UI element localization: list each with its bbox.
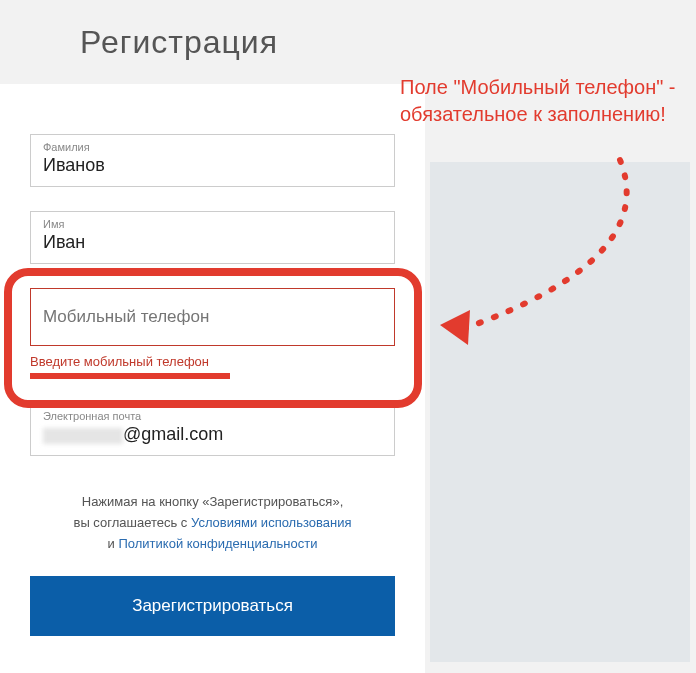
email-suffix: @gmail.com bbox=[123, 424, 223, 444]
phone-error-text: Введите мобильный телефон bbox=[30, 354, 395, 369]
lastname-input[interactable] bbox=[43, 155, 382, 176]
page-title: Регистрация bbox=[80, 24, 696, 61]
phone-input[interactable] bbox=[43, 307, 382, 327]
firstname-label: Имя bbox=[43, 218, 382, 230]
annotation-text: Поле "Мобильный телефон" - обязательное … bbox=[400, 74, 680, 128]
privacy-link[interactable]: Политикой конфиденциальности bbox=[118, 536, 317, 551]
phone-error-underline bbox=[30, 373, 230, 379]
side-panel bbox=[430, 162, 690, 662]
terms-link[interactable]: Условиями использования bbox=[191, 515, 352, 530]
email-field[interactable]: Электронная почта @gmail.com bbox=[30, 403, 395, 456]
firstname-field[interactable]: Имя bbox=[30, 211, 395, 264]
register-button[interactable]: Зарегистрироваться bbox=[30, 576, 395, 636]
registration-form: Фамилия Имя Введите мобильный телефон Эл… bbox=[0, 84, 425, 673]
phone-field[interactable] bbox=[30, 288, 395, 346]
email-blurred-prefix bbox=[43, 428, 123, 444]
email-label: Электронная почта bbox=[43, 410, 382, 422]
firstname-input[interactable] bbox=[43, 232, 382, 253]
consent-text: Нажимая на кнопку «Зарегистрироваться», … bbox=[30, 492, 395, 554]
lastname-label: Фамилия bbox=[43, 141, 382, 153]
lastname-field[interactable]: Фамилия bbox=[30, 134, 395, 187]
